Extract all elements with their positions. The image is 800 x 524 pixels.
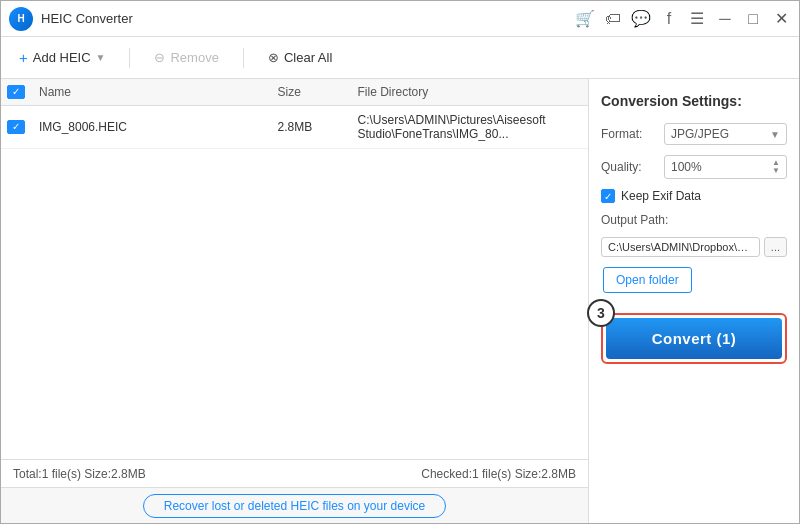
quality-down-icon[interactable]: ▼ xyxy=(772,167,780,175)
format-arrow-icon: ▼ xyxy=(770,129,780,140)
quality-arrows: ▲ ▼ xyxy=(772,159,780,175)
file-name: IMG_8006.HEIC xyxy=(31,120,270,134)
remove-button[interactable]: ⊖ Remove xyxy=(146,46,226,69)
recovery-link[interactable]: Recover lost or deleted HEIC files on yo… xyxy=(143,494,446,518)
output-path-label: Output Path: xyxy=(601,213,787,227)
title-bar: H HEIC Converter 🛒 🏷 💬 f ☰ ─ □ ✕ xyxy=(1,1,799,37)
status-left: Total:1 file(s) Size:2.8MB xyxy=(13,467,146,481)
step-badge: 3 xyxy=(587,299,615,327)
header-checkbox[interactable] xyxy=(7,85,25,99)
recovery-bar: Recover lost or deleted HEIC files on yo… xyxy=(1,487,588,523)
quality-input[interactable]: 100% ▲ ▼ xyxy=(664,155,787,179)
toolbar: + Add HEIC ▼ ⊖ Remove ⊗ Clear All xyxy=(1,37,799,79)
output-path-row: C:\Users\ADMIN\Dropbox\PC\ ... xyxy=(601,237,787,257)
app-logo: H xyxy=(9,7,33,31)
clear-all-button[interactable]: ⊗ Clear All xyxy=(260,46,340,69)
settings-panel: Conversion Settings: Format: JPG/JPEG ▼ … xyxy=(589,79,799,523)
table-header: Name Size File Directory xyxy=(1,79,588,106)
clear-all-label: Clear All xyxy=(284,50,332,65)
row-check-col xyxy=(1,120,31,134)
format-label: Format: xyxy=(601,127,656,141)
format-select[interactable]: JPG/JPEG ▼ xyxy=(664,123,787,145)
output-path-value: C:\Users\ADMIN\Dropbox\PC\ xyxy=(601,237,760,257)
table-row: IMG_8006.HEIC 2.8MB C:\Users\ADMIN\Pictu… xyxy=(1,106,588,149)
chat-icon[interactable]: 💬 xyxy=(631,9,651,28)
browse-button[interactable]: ... xyxy=(764,237,787,257)
quality-value: 100% xyxy=(671,160,702,174)
clear-icon: ⊗ xyxy=(268,50,279,65)
convert-button-wrapper: Convert (1) xyxy=(601,313,787,364)
settings-title: Conversion Settings: xyxy=(601,93,787,109)
close-icon[interactable]: ✕ xyxy=(771,9,791,28)
add-heic-label: Add HEIC xyxy=(33,50,91,65)
file-size: 2.8MB xyxy=(270,120,350,134)
status-bar: Total:1 file(s) Size:2.8MB Checked:1 fil… xyxy=(1,459,588,487)
convert-button[interactable]: Convert (1) xyxy=(606,318,782,359)
quality-row: Quality: 100% ▲ ▼ xyxy=(601,155,787,179)
header-check-col xyxy=(1,85,31,99)
menu-icon[interactable]: ☰ xyxy=(687,9,707,28)
open-folder-button[interactable]: Open folder xyxy=(603,267,692,293)
quality-label: Quality: xyxy=(601,160,656,174)
app-title: HEIC Converter xyxy=(41,11,575,26)
minus-icon: ⊖ xyxy=(154,50,165,65)
keep-exif-label: Keep Exif Data xyxy=(621,189,701,203)
header-name: Name xyxy=(31,85,270,99)
add-heic-button[interactable]: + Add HEIC ▼ xyxy=(11,45,113,70)
row-checkbox[interactable] xyxy=(7,120,25,134)
remove-label: Remove xyxy=(170,50,218,65)
separator-2 xyxy=(243,48,244,68)
main-content: Name Size File Directory IMG_8006.HEIC 2… xyxy=(1,79,799,523)
keep-exif-row: Keep Exif Data xyxy=(601,189,787,203)
cart-icon[interactable]: 🛒 xyxy=(575,9,595,28)
status-right: Checked:1 file(s) Size:2.8MB xyxy=(421,467,576,481)
dropdown-arrow-icon: ▼ xyxy=(96,52,106,63)
format-row: Format: JPG/JPEG ▼ xyxy=(601,123,787,145)
facebook-icon[interactable]: f xyxy=(659,10,679,28)
format-value: JPG/JPEG xyxy=(671,127,729,141)
add-icon: + xyxy=(19,49,28,66)
maximize-icon[interactable]: □ xyxy=(743,10,763,28)
tag-icon[interactable]: 🏷 xyxy=(603,10,623,28)
title-bar-controls: 🛒 🏷 💬 f ☰ ─ □ ✕ xyxy=(575,9,791,28)
file-table-body: IMG_8006.HEIC 2.8MB C:\Users\ADMIN\Pictu… xyxy=(1,106,588,459)
header-directory: File Directory xyxy=(350,85,589,99)
keep-exif-checkbox[interactable] xyxy=(601,189,615,203)
header-size: Size xyxy=(270,85,350,99)
file-directory: C:\Users\ADMIN\Pictures\Aiseesoft Studio… xyxy=(350,113,589,141)
convert-area: 3 Convert (1) xyxy=(601,313,787,364)
separator-1 xyxy=(129,48,130,68)
minimize-icon[interactable]: ─ xyxy=(715,10,735,28)
file-panel: Name Size File Directory IMG_8006.HEIC 2… xyxy=(1,79,589,523)
